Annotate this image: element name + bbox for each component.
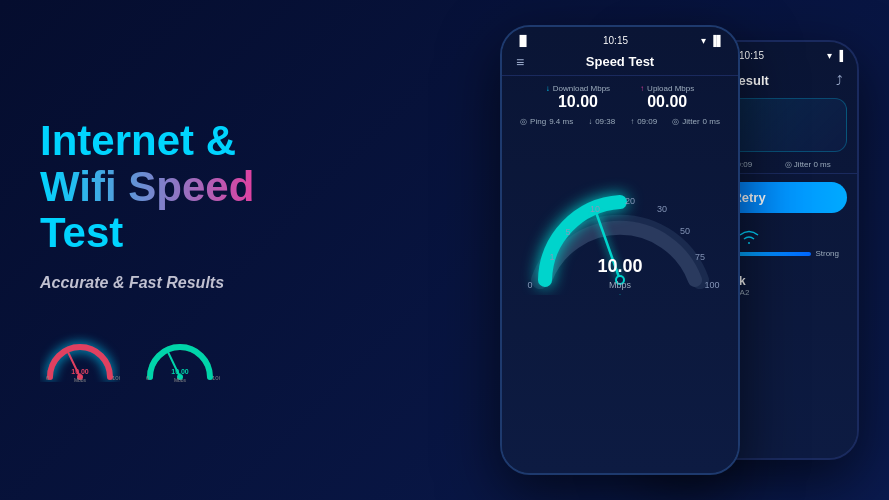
ping-value: 9.4 ms (549, 117, 573, 126)
back-time: 10:15 (739, 50, 764, 61)
svg-text:Mbps: Mbps (609, 280, 632, 290)
front-signal-icon: ▐▌ (516, 35, 530, 46)
svg-text:Mbps: Mbps (174, 377, 187, 382)
svg-text:10: 10 (590, 204, 600, 214)
svg-text:10.00: 10.00 (71, 368, 89, 375)
svg-text:30: 30 (657, 204, 667, 214)
signal-strong-label: Strong (815, 249, 839, 258)
left-section: Internet & Wifi Speed Test Accurate & Fa… (0, 0, 320, 500)
svg-text:20: 20 (625, 196, 635, 206)
title-line1: Internet & (40, 117, 236, 164)
speed-stats: ↓ Download Mbps 10.00 ↑ Upload Mbps 00.0… (502, 76, 738, 115)
phone-front-screen: ▐▌ 10:15 ▾ ▐▌ ≡ Speed Test (502, 27, 738, 473)
upload-arrow-icon: ↑ (640, 84, 644, 93)
front-time: 10:15 (603, 35, 628, 46)
download-value: 10.00 (546, 93, 610, 111)
svg-text:1: 1 (549, 252, 554, 262)
battery-icon: ▐ (836, 50, 843, 61)
phones-section: ▐▌▐ 10:15 ▾ ▐ Result ⤴ ↑ (320, 0, 889, 500)
svg-text:100: 100 (704, 280, 719, 290)
upload-label: Upload Mbps (647, 84, 694, 93)
front-battery-icon: ▐▌ (710, 35, 724, 46)
svg-text:75: 75 (695, 252, 705, 262)
title-line2: Wifi Speed (40, 163, 254, 210)
svg-text:100: 100 (112, 375, 120, 381)
jitter-icon: ◎ (672, 117, 679, 126)
mini-gauges: 0 100 10.00 Mbps 0 100 1 (40, 332, 290, 382)
ping-label: Ping (530, 117, 546, 126)
mini-gauge-cyan: 0 100 10.00 Mbps (140, 332, 220, 382)
svg-text:0: 0 (527, 280, 532, 290)
ping-icon: ◎ (520, 117, 527, 126)
ul-icon: ↑ (630, 117, 634, 126)
front-status-bar: ▐▌ 10:15 ▾ ▐▌ (502, 27, 738, 50)
dl-icon: ↓ (588, 117, 592, 126)
subtitle: Accurate & Fast Results (40, 274, 290, 292)
ul-speed: 09:09 (637, 117, 657, 126)
ping-bar: ◎ Ping 9.4 ms ↓ 09:38 ↑ 09:09 ◎ Jitter (502, 115, 738, 130)
menu-icon[interactable]: ≡ (516, 54, 524, 70)
svg-text:↓: ↓ (617, 290, 623, 295)
download-stat: ↓ Download Mbps 10.00 (546, 84, 610, 111)
share-icon[interactable]: ⤴ (836, 73, 843, 88)
svg-text:10.00: 10.00 (597, 256, 642, 276)
app-title: Speed Test (586, 54, 654, 69)
phone-front: ▐▌ 10:15 ▾ ▐▌ ≡ Speed Test (500, 25, 740, 475)
svg-text:100: 100 (212, 375, 220, 381)
main-title: Internet & Wifi Speed Test (40, 118, 290, 257)
jitter-label: Jitter (682, 117, 699, 126)
svg-text:Mbps: Mbps (74, 377, 87, 382)
dl-speed: 09:38 (595, 117, 615, 126)
gauge-svg-container: 0 1 5 10 20 30 50 (510, 140, 730, 295)
gauge-area: 0 1 5 10 20 30 50 (502, 130, 738, 300)
upload-stat: ↑ Upload Mbps 00.00 (640, 84, 694, 111)
title-line3: Test (40, 209, 123, 256)
download-label: Download Mbps (553, 84, 610, 93)
svg-text:10.00: 10.00 (171, 368, 189, 375)
page-wrapper: Internet & Wifi Speed Test Accurate & Fa… (0, 0, 889, 500)
mini-gauge-red: 0 100 10.00 Mbps (40, 332, 120, 382)
svg-text:5: 5 (565, 227, 570, 237)
svg-text:50: 50 (680, 226, 690, 236)
front-wifi-icon: ▾ (701, 35, 706, 46)
stat-jitter: ◎ Jitter 0 ms (785, 160, 831, 169)
jitter-value: 0 ms (703, 117, 720, 126)
app-header: ≡ Speed Test (502, 50, 738, 76)
download-arrow-icon: ↓ (546, 84, 550, 93)
upload-value: 00.00 (640, 93, 694, 111)
wifi-icon: ▾ (827, 50, 832, 61)
